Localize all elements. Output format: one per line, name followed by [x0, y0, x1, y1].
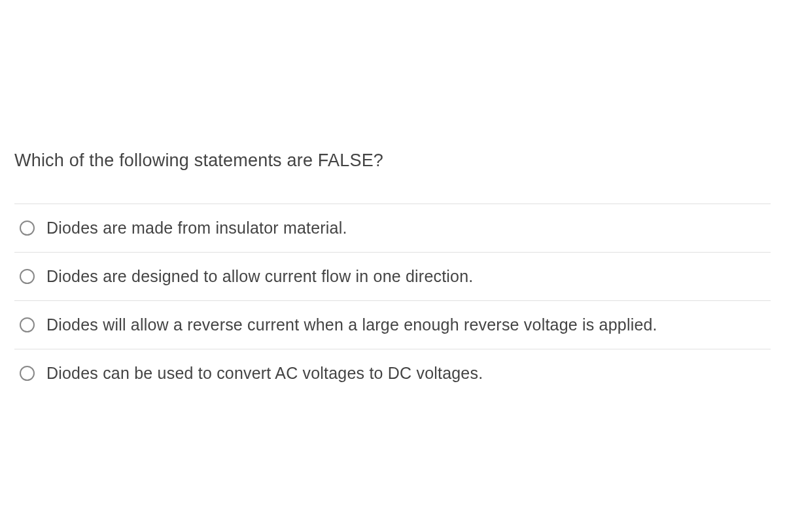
options-list: Diodes are made from insulator material.… — [14, 204, 771, 397]
radio-icon — [20, 317, 35, 332]
option-3[interactable]: Diodes will allow a reverse current when… — [14, 301, 771, 349]
radio-icon — [20, 269, 35, 284]
option-label: Diodes are made from insulator material. — [46, 219, 347, 238]
question-prompt: Which of the following statements are FA… — [14, 151, 771, 171]
option-label: Diodes can be used to convert AC voltage… — [46, 364, 483, 383]
radio-icon — [20, 221, 35, 236]
option-1[interactable]: Diodes are made from insulator material. — [14, 204, 771, 253]
option-label: Diodes are designed to allow current flo… — [46, 267, 473, 286]
option-4[interactable]: Diodes can be used to convert AC voltage… — [14, 349, 771, 397]
option-label: Diodes will allow a reverse current when… — [46, 315, 657, 334]
question-container: Which of the following statements are FA… — [0, 0, 785, 397]
option-2[interactable]: Diodes are designed to allow current flo… — [14, 253, 771, 301]
radio-icon — [20, 366, 35, 381]
